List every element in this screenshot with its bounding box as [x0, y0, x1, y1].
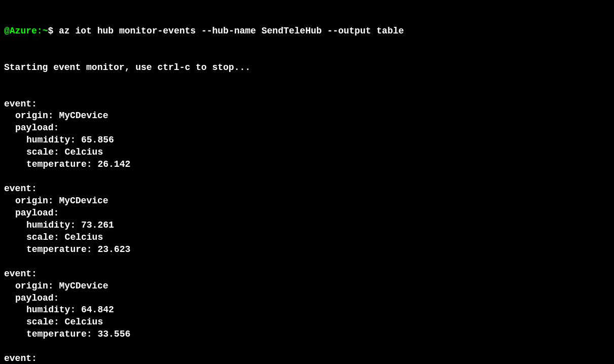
command-line: @Azure:~$ az iot hub monitor-events --hu…	[4, 25, 610, 38]
payload-temperature: temperature: 23.623	[4, 244, 610, 256]
event-block: event:origin: MyCDevicepayload:humidity:…	[4, 98, 610, 171]
event-payload-label: payload:	[4, 122, 610, 134]
payload-temperature: temperature: 26.142	[4, 159, 610, 171]
event-origin: origin: MyCDevice	[4, 195, 610, 207]
prompt-user: @Azure	[4, 26, 37, 36]
prompt-dollar: $	[48, 26, 53, 36]
prompt-path: ~	[43, 26, 48, 36]
event-origin: origin: MyCDevice	[4, 110, 610, 122]
blank-line	[4, 256, 610, 268]
blank-line	[4, 171, 610, 183]
event-label: event:	[4, 98, 610, 111]
start-message: Starting event monitor, use ctrl-c to st…	[4, 62, 610, 74]
payload-scale: scale: Celcius	[4, 147, 610, 159]
payload-temperature: temperature: 33.556	[4, 329, 610, 341]
payload-humidity: humidity: 65.856	[4, 134, 610, 147]
event-label: event:	[4, 183, 610, 195]
event-payload-label: payload:	[4, 293, 610, 305]
event-label: event:	[4, 353, 610, 364]
event-block: event:origin: MyCDevicepayload:humidity:…	[4, 353, 610, 364]
terminal-window[interactable]: @Azure:~$ az iot hub monitor-events --hu…	[4, 1, 610, 364]
payload-humidity: humidity: 73.261	[4, 220, 610, 232]
payload-scale: scale: Celcius	[4, 316, 610, 329]
prompt-separator: :	[37, 26, 43, 36]
payload-scale: scale: Celcius	[4, 232, 610, 244]
blank-line	[4, 341, 610, 353]
event-origin: origin: MyCDevice	[4, 280, 610, 293]
events-output: event:origin: MyCDevicepayload:humidity:…	[4, 98, 610, 365]
event-block: event:origin: MyCDevicepayload:humidity:…	[4, 183, 610, 256]
payload-humidity: humidity: 64.842	[4, 304, 610, 316]
event-payload-label: payload:	[4, 207, 610, 220]
event-label: event:	[4, 268, 610, 280]
event-block: event:origin: MyCDevicepayload:humidity:…	[4, 268, 610, 341]
command-text: az iot hub monitor-events --hub-name Sen…	[59, 26, 404, 36]
